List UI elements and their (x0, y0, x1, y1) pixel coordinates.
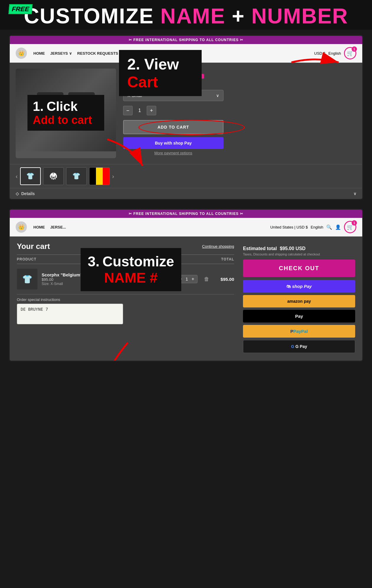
qty-decrease[interactable]: − (123, 106, 133, 115)
cart-item-image: 👕 (17, 269, 37, 289)
step2-overlay: 2. View Cart (119, 50, 202, 96)
apple-pay-button[interactable]: Pay (243, 310, 355, 323)
qty-increase[interactable]: + (147, 106, 156, 115)
free-badge: FREE (9, 4, 33, 14)
cart-title: Your cart (17, 242, 50, 251)
step3-sub: NAME # (88, 270, 174, 286)
search-icon-2[interactable]: 🔍 (326, 224, 332, 230)
thumb-prev[interactable]: ‹ (16, 173, 18, 180)
gpay-button[interactable]: G G Pay (243, 340, 355, 353)
checkout-button[interactable]: CHECK OUT (243, 260, 355, 277)
step1-overlay: 1. Click Add to cart (27, 95, 104, 131)
qty-row: − 1 + (123, 106, 356, 115)
title-plus: + (225, 4, 251, 28)
order-instructions-section: Order special instructions (17, 297, 234, 325)
step1-number: 1. (33, 99, 44, 114)
step2-sub: Cart (127, 73, 193, 91)
thumb-2[interactable]: 🥋 (43, 167, 64, 185)
estimated-total-label: Estimated total (243, 246, 277, 251)
thumbnails-row: ‹ 👕 🥋 👕 › (10, 164, 362, 188)
thumb-1[interactable]: 👕 (20, 167, 41, 185)
announcement-bar-2: ✂ FREE INTERNATIONAL SHIPPING TO ALL COU… (10, 210, 362, 218)
tax-note: Taxes, Discounts and shipping calculated… (243, 252, 355, 256)
step1-sub: Add to cart (33, 114, 99, 127)
more-payment-link[interactable]: More payment options (123, 151, 223, 155)
cart-badge-1: 1 (352, 46, 357, 52)
title-customize: CUSTOMIZE (24, 4, 161, 28)
order-instructions-label: Order special instructions (17, 297, 234, 302)
account-icon-2[interactable]: 👤 (335, 224, 341, 230)
details-label: Details (21, 191, 35, 196)
nav-links-2: HOME JERSE... (33, 225, 264, 229)
store-nav-2: 👑 HOME JERSE... United States | USD $ En… (10, 218, 362, 237)
currency-selector-1[interactable]: USD $ (314, 51, 325, 56)
store-logo-2: 👑 (16, 221, 27, 233)
add-to-cart-button[interactable]: ADD TO CART (123, 120, 223, 134)
nav-right-2: United States | USD $ English 🔍 👤 🛒 1 (270, 221, 356, 233)
title-number: NUMBER (251, 4, 348, 28)
step3-number: 3. (88, 253, 99, 270)
trash-icon[interactable]: 🗑 (204, 276, 209, 282)
step2-number: 2. (127, 55, 140, 73)
thumb-next[interactable]: › (112, 173, 114, 180)
col-product: PRODUCT (17, 257, 36, 261)
estimated-total-row: Estimated total $95.00 USD (243, 246, 355, 251)
order-instructions-input[interactable] (17, 304, 123, 324)
nav-right-1: USD $ English 🛒 1 (314, 47, 356, 59)
cart-summary: Estimated total $95.00 USD Taxes, Discou… (243, 246, 355, 355)
cart-icon-1[interactable]: 🛒 1 (344, 47, 356, 59)
panel-cart: ✂ FREE INTERNATIONAL SHIPPING TO ALL COU… (9, 209, 363, 362)
currency-selector-2[interactable]: United States | USD $ (270, 225, 308, 229)
nav-home-1[interactable]: HOME (33, 51, 45, 56)
paypal-button[interactable]: PPayPal (243, 325, 355, 338)
qty-value: 1 (137, 108, 143, 113)
shoppay-icon: 🛍 (286, 284, 291, 289)
nav-home-2[interactable]: HOME (33, 225, 45, 229)
language-selector-2[interactable]: English (311, 225, 323, 229)
step2-label: View (144, 55, 179, 73)
title-name: NAME (160, 4, 225, 28)
details-row[interactable]: ◇ Details ∨ (10, 188, 362, 199)
store-logo-1: 👑 (16, 48, 27, 59)
amazon-pay-button[interactable]: amazon pay (243, 295, 355, 307)
cart-item-total: $95.00 (213, 277, 234, 282)
step3-overlay: 3. Customize NAME # (81, 248, 181, 291)
cart-content: Your cart Continue shopping PRODUCT QUAN… (10, 237, 362, 361)
cart-icon-2[interactable]: 🛒 1 (344, 221, 356, 233)
thumb-4[interactable] (89, 167, 110, 185)
chevron-down-icon: ∨ (216, 93, 219, 98)
cart-right: Estimated total $95.00 USD Taxes, Discou… (243, 242, 355, 355)
panel-product: ✂ FREE INTERNATIONAL SHIPPING TO ALL COU… (9, 35, 363, 200)
header-title: CUSTOMIZE NAME + NUMBER (6, 5, 366, 27)
nav-jerseys-1[interactable]: JERSEYS ∨ (50, 51, 72, 56)
nav-jerseys-2[interactable]: JERSE... (50, 225, 66, 229)
cart-badge-2: 1 (352, 220, 357, 226)
col-total: TOTAL (221, 257, 234, 261)
header-section: FREE CUSTOMIZE NAME + NUMBER (0, 0, 372, 30)
shop-pay-button[interactable]: Buy with shop Pay (123, 137, 223, 149)
chevron-right-icon: ∨ (353, 191, 356, 196)
language-selector-1[interactable]: English (328, 51, 341, 56)
cart-qty-value: 1 (185, 277, 189, 281)
step1-label: Click (47, 99, 78, 114)
announcement-bar-1: ✂ FREE INTERNATIONAL SHIPPING TO ALL COU… (10, 36, 362, 44)
estimated-total-value: $95.00 USD (280, 246, 306, 251)
cart-qty-increase[interactable]: + (192, 276, 194, 282)
details-icon: ◇ (16, 191, 19, 196)
nav-restock-1[interactable]: RESTOCK REQUESTS (77, 51, 118, 56)
cart-layout: Your cart Continue shopping PRODUCT QUAN… (17, 242, 355, 355)
step3-label: Customize (102, 253, 174, 270)
continue-shopping-link[interactable]: Continue shopping (202, 244, 234, 249)
thumb-3[interactable]: 👕 (66, 167, 87, 185)
shoppay-cart-button[interactable]: 🛍 shop Pay (243, 280, 355, 293)
